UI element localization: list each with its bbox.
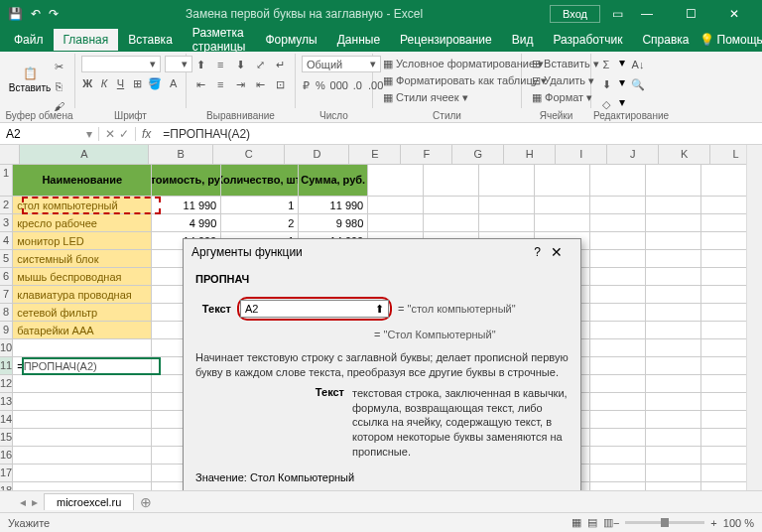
comma-icon[interactable]: 000 xyxy=(330,76,348,94)
cell[interactable] xyxy=(646,197,701,214)
tab-review[interactable]: Рецензирование xyxy=(390,29,502,51)
row-header[interactable]: 9 xyxy=(0,322,13,339)
wrap-text-icon[interactable]: ↵ xyxy=(273,56,289,73)
cell[interactable] xyxy=(424,197,479,214)
cell[interactable] xyxy=(646,375,701,393)
cell[interactable] xyxy=(590,214,646,232)
cell[interactable] xyxy=(590,429,646,447)
minimize-button[interactable]: — xyxy=(627,0,667,28)
font-color-button[interactable]: A xyxy=(167,74,180,92)
tab-home[interactable]: Главная xyxy=(54,29,119,51)
tab-help[interactable]: Справка xyxy=(632,29,698,51)
align-center-icon[interactable]: ≡ xyxy=(212,75,228,93)
row-header[interactable]: 11 xyxy=(0,357,13,375)
format-cells-button[interactable]: ▦ Формат ▾ xyxy=(528,89,584,106)
row-header[interactable]: 5 xyxy=(0,250,13,268)
view-pagebreak-icon[interactable]: ▥ xyxy=(603,516,613,529)
cond-format-button[interactable]: ▦ Условное форматирование ▾ xyxy=(379,56,515,72)
fill-color-button[interactable]: 🪣 xyxy=(147,74,163,92)
zoom-out-icon[interactable]: − xyxy=(613,517,619,529)
cell[interactable]: монитор LED xyxy=(13,232,152,250)
indent-dec-icon[interactable]: ⇤ xyxy=(253,75,269,93)
cell[interactable] xyxy=(646,393,701,411)
cell[interactable] xyxy=(13,447,152,465)
row-header[interactable]: 13 xyxy=(0,393,13,411)
cell[interactable] xyxy=(479,197,535,214)
align-bottom-icon[interactable]: ⬇ xyxy=(232,56,248,73)
cell[interactable]: Стоимость, руб. xyxy=(152,165,221,197)
save-icon[interactable]: 💾 xyxy=(8,7,23,21)
cell[interactable]: батарейки AAA xyxy=(13,322,152,339)
row-header[interactable]: 6 xyxy=(0,268,13,286)
cell[interactable] xyxy=(590,322,646,339)
col-header[interactable]: H xyxy=(504,145,556,164)
cell[interactable] xyxy=(590,411,646,429)
cell[interactable] xyxy=(535,197,590,214)
cell[interactable]: 4 990 xyxy=(152,214,221,232)
sort-icon[interactable]: A↓ xyxy=(629,56,647,73)
cell[interactable]: кресло рабочее xyxy=(13,214,152,232)
cell[interactable]: 2 xyxy=(221,214,299,232)
cell[interactable] xyxy=(590,339,646,357)
cell[interactable] xyxy=(646,357,701,375)
view-normal-icon[interactable]: ▦ xyxy=(572,516,581,529)
cell[interactable] xyxy=(590,375,646,393)
italic-button[interactable]: К xyxy=(98,74,111,92)
cell[interactable]: системный блок xyxy=(13,250,152,268)
format-table-button[interactable]: ▦ Форматировать как таблицу ▾ xyxy=(379,72,515,89)
formula-input[interactable]: =ПРОПНАЧ(A2) xyxy=(157,127,762,141)
cell[interactable] xyxy=(646,268,701,286)
cell[interactable] xyxy=(368,165,424,197)
cell[interactable] xyxy=(590,304,646,322)
cell[interactable] xyxy=(424,165,479,197)
cell[interactable] xyxy=(646,286,701,304)
login-button[interactable]: Вход xyxy=(550,5,600,23)
zoom-control[interactable]: − + 100 % xyxy=(613,517,754,529)
cell[interactable] xyxy=(646,411,701,429)
currency-icon[interactable]: ₽ xyxy=(302,76,311,94)
insert-cells-button[interactable]: ⊞ Вставить ▾ xyxy=(528,56,584,72)
percent-icon[interactable]: % xyxy=(315,76,326,94)
align-left-icon[interactable]: ⇤ xyxy=(192,75,208,93)
tell-me[interactable]: 💡 Помощь xyxy=(699,33,762,47)
cell[interactable] xyxy=(424,214,479,232)
dialog-help-icon[interactable]: ? xyxy=(534,245,541,259)
bold-button[interactable]: Ж xyxy=(81,74,94,92)
vertical-scrollbar[interactable] xyxy=(746,145,762,508)
cell[interactable] xyxy=(646,465,701,482)
cell[interactable] xyxy=(590,250,646,268)
cell[interactable] xyxy=(590,232,646,250)
col-header[interactable]: I xyxy=(556,145,607,164)
cell[interactable]: мышь беспроводная xyxy=(13,268,152,286)
row-header[interactable]: 15 xyxy=(0,429,13,447)
cell[interactable] xyxy=(590,268,646,286)
col-header[interactable]: A xyxy=(20,145,149,164)
cell[interactable]: =ПРОПНАЧ(A2) xyxy=(13,357,152,375)
undo-icon[interactable]: ↶ xyxy=(31,7,41,21)
row-header[interactable]: 8 xyxy=(0,304,13,322)
dialog-close-button[interactable]: ✕ xyxy=(541,244,572,260)
row-header[interactable]: 12 xyxy=(0,375,13,393)
ribbon-opts-icon[interactable]: ▭ xyxy=(612,7,623,21)
col-header[interactable]: D xyxy=(285,145,349,164)
align-top-icon[interactable]: ⬆ xyxy=(192,56,208,73)
row-header[interactable]: 2 xyxy=(0,197,13,214)
align-middle-icon[interactable]: ≡ xyxy=(212,56,228,73)
cell[interactable] xyxy=(590,393,646,411)
cell[interactable] xyxy=(13,375,152,393)
cell[interactable] xyxy=(590,465,646,482)
cell[interactable] xyxy=(479,165,535,197)
cell[interactable] xyxy=(646,214,701,232)
underline-button[interactable]: Ч xyxy=(114,74,127,92)
tab-view[interactable]: Вид xyxy=(502,29,544,51)
cell[interactable]: 11 990 xyxy=(152,197,221,214)
cell-styles-button[interactable]: ▦ Стили ячеек ▾ xyxy=(379,89,515,106)
cell[interactable] xyxy=(590,165,646,197)
name-box[interactable]: A2▾ xyxy=(0,127,99,141)
cell[interactable]: Наименование xyxy=(13,165,152,197)
paste-button[interactable]: 📋 Вставить xyxy=(10,56,50,103)
cell[interactable] xyxy=(646,232,701,250)
col-header[interactable]: J xyxy=(607,145,659,164)
cell[interactable] xyxy=(590,286,646,304)
sheet-nav-next-icon[interactable]: ▸ xyxy=(32,495,38,509)
